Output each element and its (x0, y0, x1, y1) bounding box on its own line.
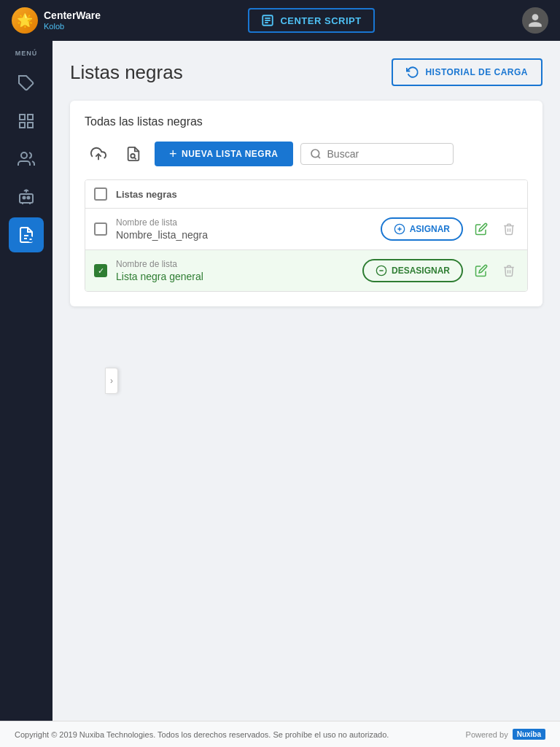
search-file-button[interactable] (120, 140, 147, 168)
page-title: Listas negras (70, 61, 183, 84)
footer-copyright: Copyright © 2019 Nuxiba Technologies. To… (15, 730, 389, 739)
toolbar: + NUEVA LISTA NEGRA (85, 140, 528, 168)
table-row: Nombre de lista Nombre_lista_negra ASIGN… (85, 209, 527, 250)
center-script-button[interactable]: CENTER SCRIPT (248, 8, 374, 33)
delete-button-row1[interactable] (499, 220, 518, 239)
sidebar-item-tags[interactable] (9, 66, 44, 101)
tags-icon (18, 74, 35, 92)
svg-point-22 (311, 150, 319, 158)
card-title: Todas las listas negras (85, 115, 528, 128)
main-layout: MENÚ (0, 41, 560, 721)
logo-name: CenterWare (44, 10, 101, 21)
nuxiba-logo: Nuxiba (513, 729, 545, 740)
edit-button-row1[interactable] (472, 220, 491, 239)
historial-icon (406, 66, 419, 79)
footer-powered: Powered by Nuxiba (466, 729, 545, 740)
bot-icon (18, 188, 35, 206)
script-icon (261, 14, 274, 27)
svg-rect-5 (20, 115, 25, 120)
user-avatar[interactable] (522, 7, 548, 34)
svg-line-21 (134, 158, 136, 159)
sidebar: MENÚ (0, 41, 52, 721)
page-header: Listas negras HISTORIAL DE CARGA (70, 58, 542, 86)
logo-text: CenterWare Kolob (44, 10, 101, 30)
svg-rect-6 (28, 115, 33, 120)
blacklists-icon (18, 226, 35, 244)
logo-icon: 🌟 (12, 7, 38, 34)
sidebar-item-blacklists[interactable] (9, 217, 44, 252)
users-icon (18, 150, 35, 168)
sidebar-expand-arrow[interactable]: › (105, 368, 118, 394)
dashboard-icon (18, 112, 35, 130)
row1-checkbox[interactable] (94, 222, 107, 236)
assign-button[interactable]: ASIGNAR (381, 217, 463, 241)
historial-button[interactable]: HISTORIAL DE CARGA (392, 58, 542, 86)
row2-checkbox[interactable] (94, 264, 107, 277)
row2-info: Nombre de lista Lista negra general (116, 259, 354, 282)
upload-icon (90, 146, 106, 162)
table-row: Nombre de lista Lista negra general DESA… (85, 250, 527, 291)
delete-button-row2[interactable] (499, 261, 518, 280)
topnav-left: 🌟 CenterWare Kolob (12, 7, 101, 34)
edit-icon (475, 222, 488, 236)
search-box (300, 143, 454, 165)
logo-sub: Kolob (44, 22, 101, 31)
svg-point-12 (28, 197, 30, 199)
search-icon (310, 148, 322, 160)
nueva-lista-button[interactable]: + NUEVA LISTA NEGRA (155, 142, 293, 166)
sidebar-item-bot[interactable] (9, 179, 44, 214)
user-icon (527, 12, 543, 28)
select-all-checkbox[interactable] (94, 187, 107, 201)
row2-name-value: Lista negra general (116, 271, 354, 282)
upload-button[interactable] (85, 140, 112, 168)
svg-rect-7 (20, 123, 25, 128)
column-header: Listas negras (116, 189, 518, 200)
unassign-icon (376, 265, 387, 276)
powered-by-label: Powered by (466, 730, 508, 739)
trash-icon (502, 264, 516, 277)
footer: Copyright © 2019 Nuxiba Technologies. To… (0, 721, 560, 747)
svg-point-20 (131, 154, 135, 158)
row2-name-label: Nombre de lista (116, 259, 354, 269)
plus-icon: + (169, 147, 177, 160)
svg-line-23 (318, 156, 320, 158)
svg-point-9 (21, 152, 27, 158)
table-header: Listas negras (85, 180, 527, 209)
svg-point-11 (23, 197, 26, 199)
sidebar-item-users[interactable] (9, 142, 44, 177)
assign-icon (394, 223, 405, 235)
topnav: 🌟 CenterWare Kolob CENTER SCRIPT (0, 0, 560, 41)
edit-icon (475, 264, 488, 277)
svg-rect-8 (28, 123, 33, 128)
menu-label: MENÚ (15, 50, 38, 57)
trash-icon (502, 222, 516, 236)
unassign-button[interactable]: DESASIGNAR (362, 259, 463, 282)
svg-rect-10 (20, 194, 33, 203)
search-input[interactable] (327, 148, 444, 160)
row1-name-label: Nombre de lista (116, 217, 372, 228)
edit-button-row2[interactable] (472, 261, 491, 280)
sidebar-item-dashboard[interactable] (9, 104, 44, 139)
search-file-icon (125, 146, 141, 162)
blacklists-table: Listas negras Nombre de lista Nombre_lis… (85, 179, 528, 292)
content-wrap: › Listas negras HISTORIAL DE CARGA Todas… (52, 41, 560, 721)
row1-name-value: Nombre_lista_negra (116, 229, 372, 241)
row1-info: Nombre de lista Nombre_lista_negra (116, 217, 372, 241)
main-card: Todas las listas negras (70, 101, 542, 306)
main-content: Listas negras HISTORIAL DE CARGA Todas l… (52, 41, 560, 324)
